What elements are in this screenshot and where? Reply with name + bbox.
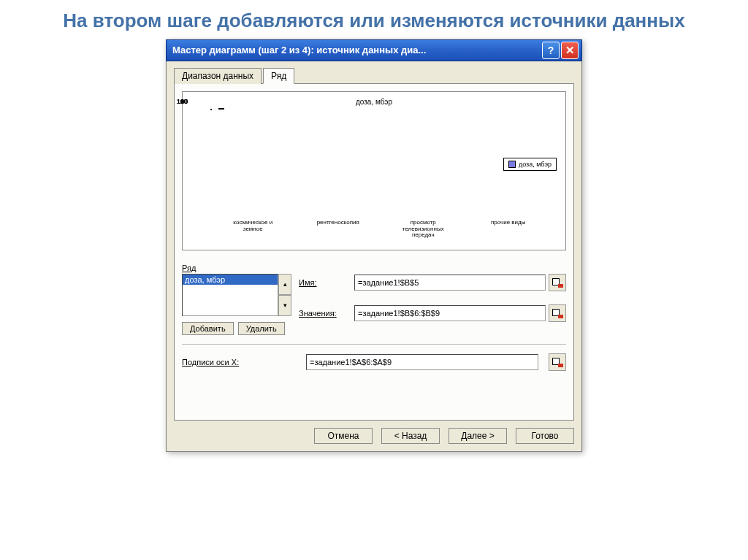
values-field-label: Значения: bbox=[299, 309, 354, 318]
axis-ref-button[interactable] bbox=[549, 353, 566, 371]
dialog-window: Мастер диаграмм (шаг 2 из 4): источник д… bbox=[166, 39, 582, 452]
x-tick-label: просмотр телевизионных передач bbox=[397, 220, 449, 239]
values-ref-button[interactable] bbox=[549, 304, 566, 322]
series-section-label: Ряд bbox=[182, 264, 566, 272]
chart-legend: доза, мбэр bbox=[503, 158, 557, 171]
axis-x-input[interactable] bbox=[306, 354, 538, 370]
titlebar[interactable]: Мастер диаграмм (шаг 2 из 4): источник д… bbox=[166, 39, 582, 61]
name-ref-button[interactable] bbox=[549, 274, 566, 291]
series-listbox[interactable]: доза, мбэр bbox=[182, 274, 278, 316]
next-button[interactable]: Далее > bbox=[449, 428, 507, 444]
x-tick-label: прочие виды bbox=[483, 220, 534, 239]
cancel-button[interactable]: Отмена bbox=[314, 428, 373, 444]
series-item[interactable]: доза, мбэр bbox=[183, 275, 278, 285]
values-input[interactable] bbox=[354, 305, 546, 321]
name-input[interactable] bbox=[354, 275, 546, 291]
axis-x-label: Подписи оси X: bbox=[182, 358, 299, 367]
legend-swatch-icon bbox=[508, 161, 516, 168]
tab-series[interactable]: Ряд bbox=[263, 68, 294, 84]
y-tick-label: 160 bbox=[177, 98, 188, 105]
collapse-dialog-icon bbox=[552, 358, 562, 367]
titlebar-text: Мастер диаграмм (шаг 2 из 4): источник д… bbox=[169, 45, 541, 55]
x-tick-label: космическое и земное bbox=[227, 220, 278, 239]
finish-button[interactable]: Готово bbox=[516, 428, 574, 444]
dialog-body: Диапазон данных Ряд доза, мбэр 020406080… bbox=[166, 61, 582, 452]
chart-title: доза, мбэр bbox=[190, 98, 558, 106]
divider bbox=[182, 344, 566, 345]
scroll-up-button[interactable]: ▴ bbox=[278, 274, 291, 295]
delete-series-button[interactable]: Удалить bbox=[238, 322, 285, 335]
legend-label: доза, мбэр bbox=[519, 161, 552, 168]
collapse-dialog-icon bbox=[552, 309, 562, 318]
name-field-label: Имя: bbox=[299, 278, 354, 287]
help-button[interactable]: ? bbox=[542, 42, 560, 59]
add-series-button[interactable]: Добавить bbox=[182, 322, 234, 335]
tab-strip: Диапазон данных Ряд bbox=[174, 68, 574, 84]
tab-data-range[interactable]: Диапазон данных bbox=[174, 68, 262, 84]
collapse-dialog-icon bbox=[552, 278, 562, 287]
chart-plot-area: 020406080100120140160 bbox=[210, 109, 212, 110]
series-section: Ряд доза, мбэр ▴ ▾ bbox=[182, 264, 566, 335]
axis-labels-row: Подписи оси X: bbox=[182, 353, 566, 371]
x-tick-label: рентгеноскопия bbox=[313, 220, 364, 239]
tab-content: доза, мбэр 020406080100120140160 космиче… bbox=[174, 83, 574, 421]
scroll-down-button[interactable]: ▾ bbox=[278, 295, 291, 316]
back-button[interactable]: < Назад bbox=[381, 428, 440, 444]
slide-title: На втором шаге добавляются или изменяютс… bbox=[0, 0, 748, 39]
close-button[interactable]: ✕ bbox=[561, 42, 579, 59]
chart-preview: доза, мбэр 020406080100120140160 космиче… bbox=[182, 91, 566, 250]
wizard-button-bar: Отмена < Назад Далее > Готово bbox=[174, 428, 574, 444]
chart-bar bbox=[223, 108, 224, 110]
